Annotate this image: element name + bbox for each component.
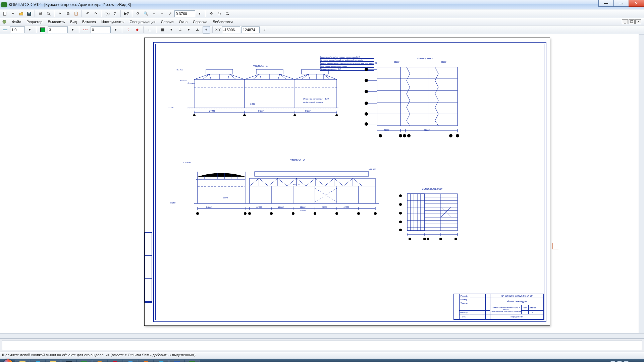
menu-window[interactable]: Окно [176, 19, 190, 24]
fx-button[interactable]: f(x) [103, 10, 111, 17]
ortho-icon[interactable]: ∟ [146, 26, 154, 34]
lineweight-dropdown[interactable]: ▾ [26, 26, 34, 34]
coord-icon[interactable]: ⌖ [203, 26, 210, 34]
paste-button[interactable]: 📋 [72, 10, 80, 17]
zoom-out-button[interactable]: － [158, 10, 166, 17]
refresh-button[interactable]: ⟳ [134, 10, 142, 17]
property-panel-inner[interactable] [2, 340, 642, 350]
tb-row-appr: Утв. [459, 314, 469, 319]
task-opera[interactable] [108, 359, 122, 362]
open-button[interactable] [17, 10, 25, 17]
drawing-canvas[interactable]: Разрез 1 - 1 Защитный слой из гравия с м… [0, 34, 644, 339]
vars-button[interactable]: Σ [111, 10, 119, 17]
close-button[interactable]: ✕ [629, 0, 644, 7]
zoom-dropdown[interactable]: ▾ [196, 10, 203, 17]
new-button[interactable] [1, 10, 9, 17]
offset-dropdown[interactable]: ▾ [112, 26, 119, 34]
cut-button[interactable]: ✂ [56, 10, 64, 17]
svg-line-30 [278, 74, 280, 79]
task-steam[interactable] [61, 359, 76, 362]
task-app-m[interactable] [77, 359, 92, 362]
svg-line-36 [308, 74, 310, 79]
svg-point-57 [365, 68, 368, 71]
layer-input[interactable] [48, 26, 68, 33]
task-firefox[interactable] [139, 359, 153, 362]
save-button[interactable] [25, 10, 33, 17]
redo-button[interactable]: ↷ [92, 10, 99, 17]
svg-line-35 [302, 74, 308, 79]
undo-button[interactable]: ↶ [84, 10, 91, 17]
svg-rect-90 [255, 172, 369, 176]
menu-help[interactable]: Справка [190, 19, 210, 24]
svg-line-19 [203, 74, 209, 79]
zoom-window-button[interactable]: 🔍 [142, 10, 150, 17]
zoom-fit-button[interactable]: ⤢ [166, 10, 174, 17]
menu-insert[interactable]: Вставка [79, 19, 99, 24]
dim-24000-b: 24000 [258, 110, 264, 112]
svg-point-74 [379, 134, 382, 137]
perp-dropdown[interactable]: ▾ [185, 26, 193, 34]
menu-service[interactable]: Сервис [158, 19, 176, 24]
mdi-close[interactable]: × [635, 19, 641, 24]
linetype-icon[interactable] [82, 26, 89, 34]
scrollbar-vertical[interactable] [639, 34, 644, 339]
start-button[interactable] [1, 359, 15, 362]
svg-point-125 [335, 212, 338, 215]
menu-tools[interactable]: Инструменты [99, 19, 127, 24]
coord-x-input[interactable] [222, 26, 240, 33]
style-toggle[interactable] [1, 26, 9, 34]
menu-file[interactable]: Файл [9, 19, 24, 24]
dim2-72000: 72000 [300, 209, 306, 212]
note-1: Стяжка четырёхслойная рубероидная ковёр [320, 59, 374, 62]
svg-rect-129 [407, 194, 425, 231]
coord-y-input[interactable] [241, 26, 260, 33]
task-folder[interactable] [46, 359, 61, 362]
snap-endpoint-icon[interactable]: ◊ [125, 26, 132, 34]
offset-input[interactable] [91, 26, 111, 33]
svg-point-77 [407, 134, 411, 137]
angle-icon[interactable]: ∠ [194, 26, 201, 34]
coord-apply[interactable]: ↲ [261, 26, 268, 34]
grid-dropdown[interactable]: ▾ [168, 26, 175, 34]
layer-swatch[interactable] [39, 26, 46, 34]
task-skype-2[interactable] [154, 359, 169, 362]
roof-plan-title: План кровли [417, 57, 433, 60]
mdi-minimize[interactable]: _ [622, 19, 628, 24]
task-ie[interactable] [123, 359, 138, 362]
svg-rect-0 [4, 12, 6, 15]
task-app-a[interactable] [92, 359, 107, 362]
preview-button[interactable] [45, 10, 52, 17]
zoom-input[interactable] [174, 10, 195, 17]
pan-button[interactable]: ✥ [207, 10, 215, 17]
svg-point-163 [399, 194, 402, 197]
minimize-button[interactable]: — [598, 0, 614, 7]
new-dropdown[interactable]: ▾ [9, 10, 17, 17]
app-menu-icon[interactable] [1, 19, 7, 25]
perp-icon[interactable]: ⊥ [176, 26, 184, 34]
print-button[interactable] [37, 10, 44, 17]
menu-edit[interactable]: Редактор [24, 19, 45, 24]
scrollbar-horizontal[interactable] [0, 333, 644, 339]
snap-mid-icon[interactable]: ◆ [133, 26, 141, 34]
task-word[interactable] [169, 359, 184, 362]
copy-button[interactable]: ⧉ [64, 10, 72, 17]
help-arrow-button[interactable]: ▶? [123, 10, 130, 17]
grid-icon[interactable]: ▦ [159, 26, 166, 34]
menu-view[interactable]: Вид [67, 19, 79, 24]
menu-spec[interactable]: Спецификация [127, 19, 158, 24]
maximize-button[interactable]: ▭ [613, 0, 629, 7]
task-kompas[interactable] [185, 359, 200, 362]
menu-libraries[interactable]: Библиотеки [210, 19, 235, 24]
task-explorer[interactable] [15, 359, 30, 362]
lineweight-input[interactable] [10, 26, 25, 33]
svg-rect-4 [40, 12, 41, 13]
layer-dropdown[interactable]: ▾ [69, 26, 76, 34]
mdi-restore[interactable]: ❐ [629, 19, 635, 24]
zoom-in-button[interactable]: ＋ [150, 10, 158, 17]
task-skype[interactable] [31, 359, 45, 362]
menu-select[interactable]: Выделить [45, 19, 67, 24]
svg-rect-128 [407, 194, 458, 231]
svg-point-79 [456, 134, 459, 137]
zoom-prev-button[interactable]: ⮌ [215, 10, 223, 17]
zoom-next-button[interactable]: ⮎ [223, 10, 231, 17]
